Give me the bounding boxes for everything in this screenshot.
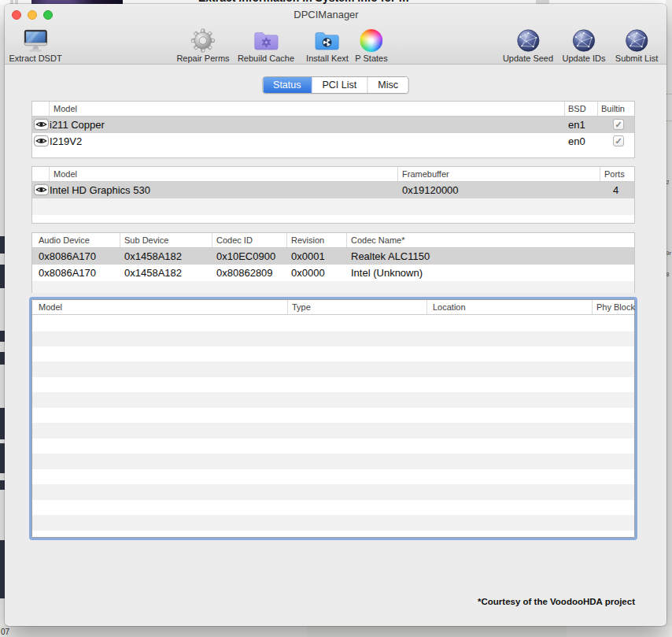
storage-table-empty-body[interactable] <box>32 316 634 537</box>
column-header-codec-name: Codec Name* <box>351 235 404 245</box>
eye-icon[interactable] <box>34 118 49 131</box>
toolbar-update-ids-button[interactable]: Update IDs <box>562 28 605 63</box>
globe-network-icon <box>503 28 553 53</box>
gear-icon <box>176 28 229 53</box>
toolbar-rebuild-cache-button[interactable]: Rebuild Cache <box>238 28 294 63</box>
cell-audio-device: 0x8086A170 <box>39 267 96 279</box>
column-header-location: Location <box>433 302 466 312</box>
table-row[interactable]: 0x8086A170 0x1458A182 0x80862809 0x0000 … <box>32 265 634 281</box>
table-row[interactable]: I219V2 en0 ✓ <box>32 133 634 150</box>
column-header-framebuffer: Framebuffer <box>402 169 449 179</box>
column-header-codec-id: Codec ID <box>216 235 253 245</box>
column-header-bsd: BSD <box>568 104 586 113</box>
toolbar-item-label: Extract DSDT <box>9 54 61 63</box>
cell-sub-device: 0x1458A182 <box>124 250 182 262</box>
toolbar-item-label: Submit List <box>615 54 658 63</box>
cell-model: Intel HD Graphics 530 <box>50 184 150 196</box>
toolbar-submit-list-button[interactable]: Submit List <box>615 28 658 63</box>
purple-folder-gear-icon <box>238 28 294 53</box>
column-header-phy-block: Phy Block <box>596 302 635 312</box>
column-header-builtin: Builtin <box>601 104 625 113</box>
column-header-audio-device: Audio Device <box>39 235 90 245</box>
tab-status[interactable]: Status <box>263 77 312 93</box>
background-fragment: 2 <box>666 180 672 186</box>
cell-model: I219V2 <box>50 135 82 147</box>
cell-revision: 0x0000 <box>291 267 325 279</box>
toolbar-p-states-button[interactable]: P States <box>355 28 387 63</box>
eye-icon[interactable] <box>34 183 49 196</box>
cell-codec-name: Intel (Unknown) <box>351 267 423 279</box>
cell-codec-id: 0x10EC0900 <box>216 250 275 262</box>
column-header-sub-device: Sub Device <box>124 235 168 245</box>
tab-misc[interactable]: Misc <box>367 77 408 93</box>
table-row[interactable]: Intel HD Graphics 530 0x19120000 4 <box>32 182 634 198</box>
background-tint <box>307 626 567 637</box>
window-title: DPCIManager <box>5 9 648 20</box>
cell-revision: 0x0001 <box>291 250 325 262</box>
cell-ports: 4 <box>613 184 618 196</box>
cell-codec-name: Realtek ALC1150 <box>351 250 430 262</box>
view-tab-bar: Status PCI List Misc <box>262 76 409 94</box>
tab-pci-list[interactable]: PCI List <box>312 77 367 93</box>
voodoohda-footer-note: *Courtesy of the VoodooHDA project <box>478 597 635 606</box>
audio-table: Audio Device Sub Device Codec ID Revisio… <box>31 232 635 293</box>
cell-bsd: en1 <box>568 119 585 131</box>
graphics-table-header: Model Framebuffer Ports <box>32 167 634 182</box>
globe-network-icon <box>562 28 605 53</box>
eye-icon[interactable] <box>34 135 49 147</box>
cell-codec-id: 0x80862809 <box>216 267 273 279</box>
background-page-right-edge: … … 2 9r 8 <box>666 0 672 637</box>
empty-row-area <box>32 215 634 224</box>
toolbar-extract-dsdt-button[interactable]: Extract DSDT <box>9 28 61 63</box>
column-header-model: Model <box>54 169 77 179</box>
graphics-table: Model Framebuffer Ports Intel HD Graphic… <box>31 166 635 224</box>
background-page-bottom: 07 <box>0 626 672 637</box>
toolbar-item-label: P States <box>355 54 387 63</box>
background-fragment: 9r <box>666 250 672 257</box>
cell-sub-device: 0x1458A182 <box>124 267 182 279</box>
toolbar-update-seed-button[interactable]: Update Seed <box>503 28 553 63</box>
background-fragment: 8 <box>666 272 672 278</box>
column-header-type: Type <box>292 302 311 312</box>
storage-table[interactable]: Model Type Location Phy Block <box>31 299 635 538</box>
dpcimanager-window: DPCIManager Extract DS <box>5 4 666 626</box>
network-table: Model BSD Builtin i211 Copper en1 ✓ <box>31 101 635 158</box>
column-header-model: Model <box>39 302 62 312</box>
background-line-number: 07 <box>1 628 9 636</box>
empty-row-area <box>32 150 634 158</box>
storage-table-header: Model Type Location Phy Block <box>32 300 634 315</box>
column-header-model: Model <box>54 104 77 113</box>
table-row[interactable]: i211 Copper en1 ✓ <box>32 117 634 133</box>
toolbar-item-label: Rebuild Cache <box>238 54 294 63</box>
globe-network-icon <box>615 28 658 53</box>
audio-table-header: Audio Device Sub Device Codec ID Revisio… <box>32 233 634 248</box>
network-table-header: Model BSD Builtin <box>32 102 634 117</box>
color-wheel-icon <box>360 29 382 52</box>
cell-framebuffer: 0x19120000 <box>402 184 459 196</box>
titlebar-toolbar-chrome: DPCIManager Extract DS <box>5 4 666 65</box>
builtin-checkbox[interactable]: ✓ <box>613 135 624 146</box>
blue-folder-fan-icon <box>306 28 349 53</box>
cell-audio-device: 0x8086A170 <box>39 250 96 262</box>
toolbar-item-label: Install Kext <box>306 54 349 63</box>
column-header-revision: Revision <box>291 235 324 245</box>
builtin-checkbox[interactable]: ✓ <box>613 119 624 130</box>
toolbar-item-label: Update IDs <box>562 54 605 63</box>
toolbar-item-label: Update Seed <box>503 54 553 63</box>
background-fragment: … <box>666 90 672 96</box>
imac-icon <box>9 28 61 53</box>
empty-row <box>32 198 634 215</box>
column-header-ports: Ports <box>604 169 625 179</box>
table-row[interactable]: 0x8086A170 0x1458A182 0x10EC0900 0x0001 … <box>32 248 634 265</box>
background-fragment: … <box>666 117 672 123</box>
empty-row-area <box>32 281 634 293</box>
toolbar-repair-perms-button[interactable]: Repair Perms <box>176 28 229 63</box>
cell-model: i211 Copper <box>50 119 105 131</box>
cell-bsd: en0 <box>568 135 585 147</box>
toolbar-item-label: Repair Perms <box>176 54 229 63</box>
toolbar-install-kext-button[interactable]: Install Kext <box>306 28 349 63</box>
